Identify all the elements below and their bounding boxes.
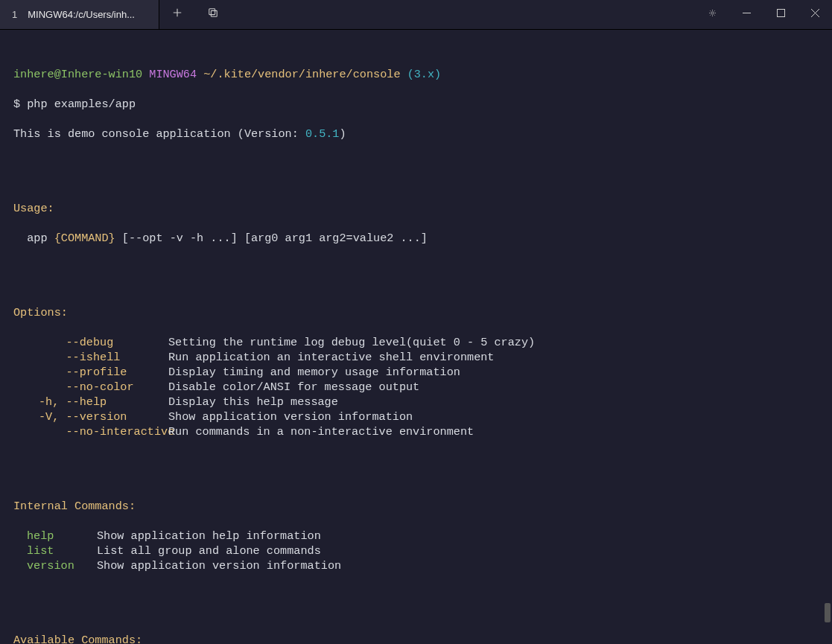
terminal-tab[interactable]: 1 MINGW64:/c/Users/inh... — [0, 0, 159, 29]
option-desc: Run application an interactive shell env… — [168, 350, 494, 365]
close-button[interactable] — [798, 0, 832, 29]
prompt-branch: 3.x — [414, 68, 434, 81]
option-desc: Run commands in a non-interactive enviro… — [168, 424, 474, 439]
gear-icon — [708, 8, 717, 21]
available-header: Available Commands: — [13, 633, 819, 644]
internal-row: helpShow application help information — [13, 529, 819, 543]
svg-rect-0 — [209, 9, 215, 15]
option-flag: --no-color — [13, 380, 168, 395]
minimize-icon — [743, 8, 751, 21]
option-flag: -h, --help — [13, 395, 168, 409]
internal-row: listList all group and alone commands — [13, 543, 819, 558]
tab-index: 1 — [12, 9, 17, 20]
option-desc: Disable color/ANSI for message output — [168, 380, 419, 395]
maximize-icon — [777, 8, 785, 21]
usage-header: Usage: — [13, 201, 819, 216]
option-row: --ishellRun application an interactive s… — [13, 350, 819, 365]
internal-cmd: help — [13, 529, 97, 543]
prompt-ps1: $ — [13, 98, 27, 111]
internal-cmd: version — [13, 558, 97, 573]
option-desc: Display timing and memory usage informat… — [168, 365, 460, 380]
svg-rect-1 — [211, 10, 217, 16]
internal-cmd: list — [13, 543, 97, 558]
internal-row: versionShow application version informat… — [13, 558, 819, 573]
option-row: --profileDisplay timing and memory usage… — [13, 365, 819, 380]
prompt-branch-open: ( — [407, 68, 414, 81]
panels-icon — [208, 7, 218, 22]
window-titlebar: 1 MINGW64:/c/Users/inh... — [0, 0, 832, 30]
option-desc: Display this help message — [168, 395, 338, 409]
close-icon — [811, 8, 819, 21]
intro-line: This is demo console application (Versio… — [13, 127, 819, 141]
option-flag: --profile — [13, 365, 168, 380]
options-header: Options: — [13, 305, 819, 320]
option-flag: --ishell — [13, 350, 168, 365]
maximize-button[interactable] — [763, 0, 798, 29]
command-line: $ php examples/app — [13, 97, 819, 112]
option-desc: Show application version information — [168, 409, 413, 424]
terminal-viewport[interactable]: inhere@Inhere-win10 MINGW64 ~/.kite/vend… — [0, 30, 832, 644]
prompt-branch-close: ) — [434, 68, 441, 81]
internal-desc: List all group and alone commands — [97, 543, 321, 558]
option-flag: --debug — [13, 335, 168, 350]
prompt-user-host: inhere@Inhere-win10 — [13, 68, 149, 81]
svg-point-2 — [711, 12, 713, 14]
option-row: --no-interactiveRun commands in a non-in… — [13, 424, 819, 439]
internal-header: Internal Commands: — [13, 499, 819, 514]
usage-line: app {COMMAND} [--opt -v -h ...] [arg0 ar… — [13, 231, 819, 246]
option-row: --no-colorDisable color/ANSI for message… — [13, 380, 819, 395]
svg-rect-3 — [777, 10, 784, 17]
option-row: --debugSetting the runtime log debug lev… — [13, 335, 819, 350]
settings-button[interactable] — [695, 0, 729, 29]
option-row: -V, --versionShow application version in… — [13, 409, 819, 424]
option-flag: -V, --version — [13, 409, 168, 424]
tab-title: MINGW64:/c/Users/inh... — [28, 9, 135, 20]
option-row: -h, --helpDisplay this help message — [13, 395, 819, 409]
new-tab-button[interactable] — [159, 0, 195, 29]
prompt-cmd: php examples/app — [27, 98, 136, 111]
titlebar-drag-area[interactable] — [231, 0, 695, 29]
option-desc: Setting the runtime log debug level(quie… — [168, 335, 535, 350]
minimize-button[interactable] — [729, 0, 763, 29]
internal-desc: Show application help information — [97, 529, 321, 543]
prompt-cwd: ~/.kite/vendor/inhere/console — [203, 68, 407, 81]
dropdown-button[interactable] — [195, 0, 231, 29]
app-version: 0.5.1 — [305, 127, 340, 141]
internal-desc: Show application version information — [97, 558, 341, 573]
scrollbar-thumb[interactable] — [825, 603, 831, 622]
prompt-line: inhere@Inhere-win10 MINGW64 ~/.kite/vend… — [13, 67, 819, 82]
prompt-env: MINGW64 — [149, 68, 203, 81]
plus-icon — [172, 7, 182, 22]
option-flag: --no-interactive — [13, 424, 168, 439]
